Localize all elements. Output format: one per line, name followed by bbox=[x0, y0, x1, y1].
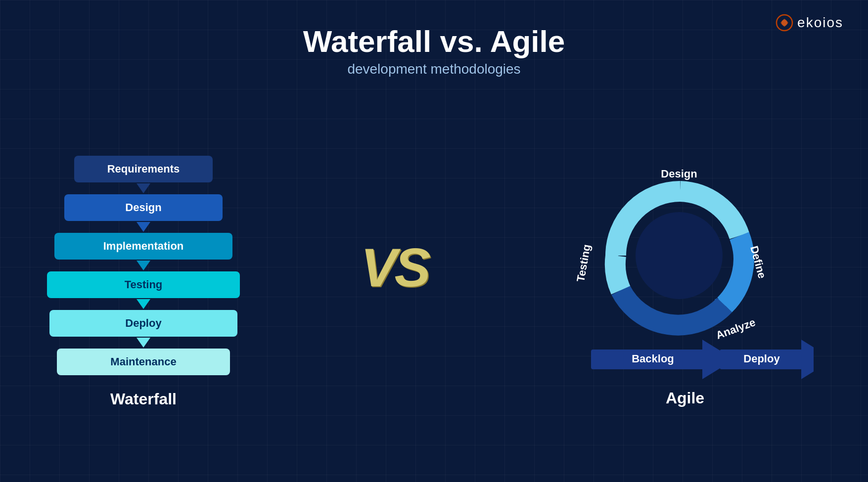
waterfall-step-design: Design bbox=[64, 194, 223, 233]
main-title: Waterfall vs. Agile bbox=[303, 25, 565, 58]
waterfall-steps: Requirements Design Implementation bbox=[40, 156, 247, 375]
waterfall-arrow-1 bbox=[137, 183, 150, 193]
logo-text: ekoios bbox=[797, 15, 843, 31]
main-container: ekoios Waterfall vs. Agile development m… bbox=[0, 0, 868, 482]
waterfall-step-deploy: Deploy bbox=[49, 310, 237, 349]
waterfall-box-maintenance: Maintenance bbox=[57, 349, 230, 375]
vs-text-container: VS bbox=[361, 240, 428, 295]
page-header: Waterfall vs. Agile development methodol… bbox=[303, 25, 565, 77]
main-content: Requirements Design Implementation bbox=[30, 97, 838, 467]
svg-marker-16 bbox=[801, 340, 814, 379]
waterfall-arrow-2 bbox=[137, 222, 150, 232]
backlog-arrow: Backlog bbox=[591, 340, 734, 379]
waterfall-box-testing: Testing bbox=[47, 271, 240, 298]
svg-text:Deploy: Deploy bbox=[743, 352, 780, 365]
svg-text:Design: Design bbox=[661, 168, 697, 180]
waterfall-box-requirements: Requirements bbox=[74, 156, 213, 182]
svg-point-6 bbox=[636, 212, 723, 299]
svg-text:Testing: Testing bbox=[574, 243, 593, 283]
agile-svg: Design Define Analyze Testing bbox=[556, 157, 814, 384]
waterfall-box-design: Design bbox=[64, 194, 223, 221]
waterfall-arrow-4 bbox=[137, 299, 150, 309]
agile-diagram: Design Define Analyze Testing bbox=[556, 157, 814, 384]
logo: ekoios bbox=[776, 14, 843, 32]
agile-section: Design Define Analyze Testing bbox=[542, 157, 828, 407]
waterfall-section: Requirements Design Implementation bbox=[40, 156, 247, 408]
waterfall-box-implementation: Implementation bbox=[54, 233, 232, 260]
waterfall-arrow-5 bbox=[137, 338, 150, 348]
deploy-arrow: Deploy bbox=[720, 340, 814, 379]
svg-text:Backlog: Backlog bbox=[632, 352, 674, 365]
waterfall-step-requirements: Requirements bbox=[74, 156, 213, 194]
vs-text: VS bbox=[361, 240, 428, 295]
sub-title: development methodologies bbox=[303, 61, 565, 77]
agile-label: Agile bbox=[666, 389, 704, 407]
logo-icon bbox=[776, 14, 793, 32]
waterfall-arrow-3 bbox=[137, 261, 150, 270]
waterfall-step-implementation: Implementation bbox=[54, 233, 232, 271]
waterfall-step-maintenance: Maintenance bbox=[57, 349, 230, 375]
waterfall-step-testing: Testing bbox=[47, 271, 240, 310]
vs-section: VS bbox=[345, 240, 444, 295]
waterfall-label: Waterfall bbox=[110, 390, 177, 408]
waterfall-box-deploy: Deploy bbox=[49, 310, 237, 337]
